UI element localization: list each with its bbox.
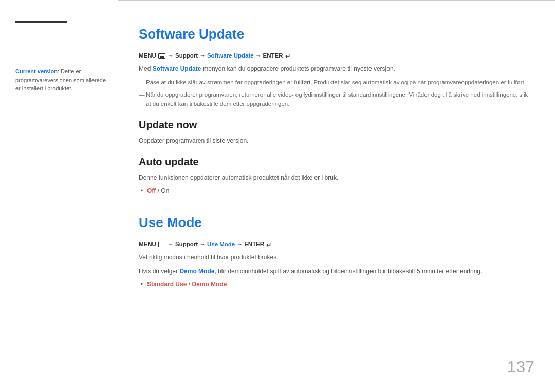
update-now-title: Update now (139, 119, 529, 131)
um-demo: Demo Mode (192, 281, 227, 288)
um-suffix: ENTER (244, 241, 264, 247)
um-standard: Standard Use (147, 281, 187, 288)
menu-icon (158, 53, 165, 59)
use-mode-options: Standard Use / Demo Mode (139, 281, 529, 288)
auto-update-on: On (161, 187, 169, 194)
auto-update-slash: / (156, 187, 161, 194)
software-update-note1: Påse at du ikke slår av strømmen før opp… (139, 78, 529, 87)
intro-highlight: Software Update (153, 65, 201, 72)
demo-post: , blir demoinnholdet spilt av automatisk… (214, 268, 482, 275)
um-menu-icon (158, 242, 165, 247)
menu-prefix: MENU (139, 52, 156, 59)
intro-pre: Med (139, 65, 153, 72)
auto-update-title: Auto update (139, 156, 529, 168)
note-label: Current version (15, 68, 58, 74)
su-suffix: ENTER (263, 52, 283, 59)
software-update-title: Software Update (139, 26, 529, 42)
software-update-intro: Med Software Update-menyen kan du oppgra… (139, 64, 529, 74)
use-mode-title: Use Mode (139, 215, 529, 231)
um-menu-prefix: MENU (139, 241, 156, 247)
update-now-description: Oppdater programvaren til siste versjon. (139, 136, 529, 146)
um-path1: Support (175, 241, 198, 247)
software-update-menu-path: MENU → Support → Software Update → ENTER (139, 52, 529, 59)
section-divider (139, 194, 529, 210)
um-slash: / (187, 281, 192, 288)
demo-pre: Hvis du velger (139, 268, 179, 275)
main-content: Software Update MENU → Support → Softwar… (118, 0, 555, 392)
sidebar: Current version: Dette er programvarever… (0, 0, 118, 392)
su-path2: Software Update (207, 52, 254, 59)
sidebar-top-bar (15, 21, 67, 23)
auto-update-options: Off / On (139, 187, 529, 194)
page-number: 137 (507, 358, 534, 377)
auto-update-description: Denne funksjonen oppdaterer automatisk p… (139, 173, 529, 183)
intro-post: -menyen kan du oppgradere produktets pro… (201, 65, 395, 72)
page-container: Current version: Dette er programvarever… (0, 0, 555, 392)
su-path1: Support (175, 52, 198, 59)
enter-icon (285, 53, 292, 59)
demo-highlight: Demo Mode (179, 268, 214, 275)
sidebar-note: Current version: Dette er programvarever… (15, 62, 107, 93)
use-mode-demo-text: Hvis du velger Demo Mode, blir demoinnho… (139, 267, 529, 276)
use-mode-intro: Vel riktig modus i henhold til hvor prod… (139, 253, 529, 263)
software-update-note2: Når du oppgraderer programvaren, returne… (139, 90, 529, 109)
use-mode-menu-path: MENU → Support → Use Mode → ENTER (139, 241, 529, 248)
auto-update-off: Off (147, 187, 156, 194)
um-enter-icon (266, 241, 273, 248)
um-path2: Use Mode (207, 241, 235, 247)
